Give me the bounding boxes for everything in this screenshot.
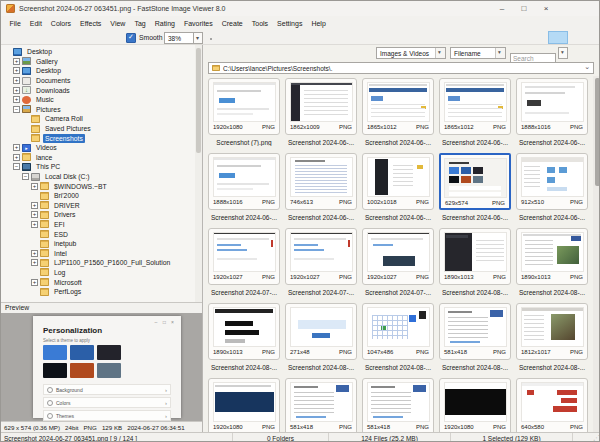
zoom-level-combo[interactable]: 38% [164,32,195,44]
resize-grip-icon[interactable]: ⋰ [593,434,600,442]
thumbnail-item[interactable]: 640x580PNG [516,378,588,432]
menu-item-settings[interactable]: Settings [273,20,307,27]
thumbnail-item[interactable]: 912x510PNGScreenshot 2024-06-... [516,153,588,228]
tree-item[interactable]: +Desktop [1,66,195,76]
thumbnail-card[interactable]: 640x580PNG [516,378,588,432]
expand-toggle-icon[interactable]: + [31,279,38,286]
tree-item[interactable]: +Videos [1,143,195,153]
tree-item[interactable]: −Pictures [1,105,195,115]
minimize-button[interactable]: – [491,1,513,16]
menu-item-tag[interactable]: Tag [130,20,150,27]
thumbnail-card[interactable]: 912x510PNG [516,153,588,210]
thumbnail-card[interactable]: 1920x1027PNG [208,228,280,285]
file-type-filter[interactable]: Images & Videos [376,47,446,59]
tree-item[interactable]: +LJP1100_P1560_P1600_Full_Solution [1,258,195,268]
thumbnail-item[interactable]: 1047x486PNGScreenshot 2024-08-... [362,303,434,378]
thumbnail-item[interactable]: 1002x1018PNGScreenshot 2024-06-... [362,153,434,228]
thumbnail-item[interactable]: 1862x1009PNGScreenshot 2024-06-... [285,78,357,153]
tree-item[interactable]: +Gallery [1,57,195,67]
tree-item[interactable]: ESD [1,229,195,239]
thumbnail-card[interactable]: 1865x1012PNG [439,78,511,135]
thumbnail-card[interactable]: 1888x1016PNG [208,153,280,210]
tree-item[interactable]: +DRIVER [1,201,195,211]
tree-item[interactable]: −Local Disk (C:) [1,172,195,182]
smooth-checkbox[interactable] [126,33,136,43]
expand-toggle-icon[interactable]: + [31,202,38,209]
menu-item-view[interactable]: View [106,20,130,27]
expand-toggle-icon[interactable]: + [13,58,20,65]
tree-item[interactable]: Saved Pictures [1,124,195,134]
expand-toggle-icon[interactable]: + [31,221,38,228]
menu-item-effects[interactable]: Effects [76,20,106,27]
thumbnail-item[interactable]: 1865x1012PNGScreenshot 2024-06-... [439,78,511,153]
maximize-button[interactable]: □ [513,1,535,16]
expand-toggle-icon[interactable]: − [13,106,20,113]
expand-toggle-icon[interactable]: + [31,211,38,218]
thumbnail-item[interactable]: 1890x1013PNGScreenshot 2024-08-... [516,228,588,303]
thumbnail-card[interactable]: 1920x1080PNG [439,378,511,432]
expand-toggle-icon[interactable]: + [13,87,20,94]
chevron-down-icon[interactable] [435,48,445,58]
tree-item[interactable]: +lance [1,153,195,163]
menu-item-create[interactable]: Create [217,20,247,27]
tree-item[interactable]: +Music [1,95,195,105]
chevron-down-icon[interactable] [495,48,505,58]
tree-item[interactable]: +Microsoft [1,277,195,287]
thumbnail-item[interactable]: 581x418PNG [285,378,357,432]
tree-item[interactable]: +Intel [1,248,195,258]
thumbnail-card[interactable]: 1865x1012PNG [362,78,434,135]
thumbnail-card[interactable]: 1888x1016PNG [516,78,588,135]
thumbnail-card[interactable]: 1812x1017PNG [516,303,588,360]
thumbnail-card[interactable]: 746x613PNG [285,153,357,210]
thumbnail-card[interactable]: 581x418PNG [362,378,434,432]
thumbnail-item[interactable]: 1812x1017PNGScreenshot 2024-08-... [516,303,588,378]
tree-item[interactable]: +Documents [1,76,195,86]
thumbnail-scrollbar-thumb[interactable] [595,78,600,186]
tree-scrollbar-thumb[interactable] [196,48,201,153]
expand-toggle-icon[interactable]: + [13,96,20,103]
tree-item[interactable]: Bri'2000 [1,191,195,201]
menu-item-favorites[interactable]: Favorites [179,20,217,27]
thumbnail-item[interactable]: 1920x1027PNGScreenshot 2024-07-... [285,228,357,303]
tree-item[interactable]: Screenshots [1,133,195,143]
expand-toggle-icon[interactable]: + [13,154,20,161]
thumbnail-item[interactable]: 746x613PNGScreenshot 2024-06-... [285,153,357,228]
tree-scrollbar[interactable] [195,45,202,302]
thumbnail-card[interactable]: 1890x1013PNG [516,228,588,285]
thumbnail-card[interactable]: 581x418PNG [285,378,357,432]
toolbar-button-highlighted[interactable] [548,31,568,44]
tree-item[interactable]: −This PC [1,162,195,172]
thumbnail-card[interactable]: 1002x1018PNG [362,153,434,210]
expand-toggle-icon[interactable]: − [22,173,29,180]
thumbnail-card[interactable]: 1920x1080PNG [208,78,280,135]
thumbnail-item[interactable]: 1888x1016PNGScreenshot 2024-06-... [516,78,588,153]
thumbnail-card[interactable]: 1920x1027PNG [362,228,434,285]
thumbnail-item[interactable]: 581x418PNGScreenshot 2024-08-... [439,303,511,378]
tree-item[interactable]: Log [1,268,195,278]
tree-item[interactable]: +EFI [1,220,195,230]
tree-item[interactable]: inetpub [1,239,195,249]
thumbnail-card[interactable]: 1890x1013PNG [208,303,280,360]
expand-toggle-icon[interactable]: + [31,250,38,257]
thumbnail-item[interactable]: 1890x1013PNGScreenshot 2024-08-... [208,303,280,378]
thumbnail-item[interactable]: 581x418PNG [362,378,434,432]
thumbnail-item[interactable]: 629x574PNGScreenshot 2024-06-... [439,153,511,228]
thumbnail-scrollbar[interactable] [593,76,600,432]
menu-item-rating[interactable]: Rating [150,20,179,27]
menu-item-tools[interactable]: Tools [247,20,272,27]
menu-item-colors[interactable]: Colors [46,20,75,27]
thumbnail-card[interactable]: 629x574PNG [439,153,511,210]
tree-item[interactable]: +Drivers [1,210,195,220]
thumbnail-item[interactable]: 1865x1012PNGScreenshot 2024-06-... [362,78,434,153]
zoom-dropdown-arrow-icon[interactable] [193,32,203,44]
expand-toggle-icon[interactable]: + [31,259,38,266]
thumbnail-card[interactable]: 1920x1080PNG [208,378,280,432]
thumbnail-card[interactable]: 1920x1027PNG [285,228,357,285]
expand-toggle-icon[interactable]: + [31,183,38,190]
tree-item[interactable]: Camera Roll [1,114,195,124]
menu-item-edit[interactable]: Edit [25,20,46,27]
thumbnail-item[interactable]: 1888x1016PNGScreenshot 2024-06-... [208,153,280,228]
search-dropdown-arrow-icon[interactable] [558,47,568,59]
thumbnail-item[interactable]: 271x48PNGScreenshot 2024-08-... [285,303,357,378]
thumbnail-card[interactable]: 1047x486PNG [362,303,434,360]
